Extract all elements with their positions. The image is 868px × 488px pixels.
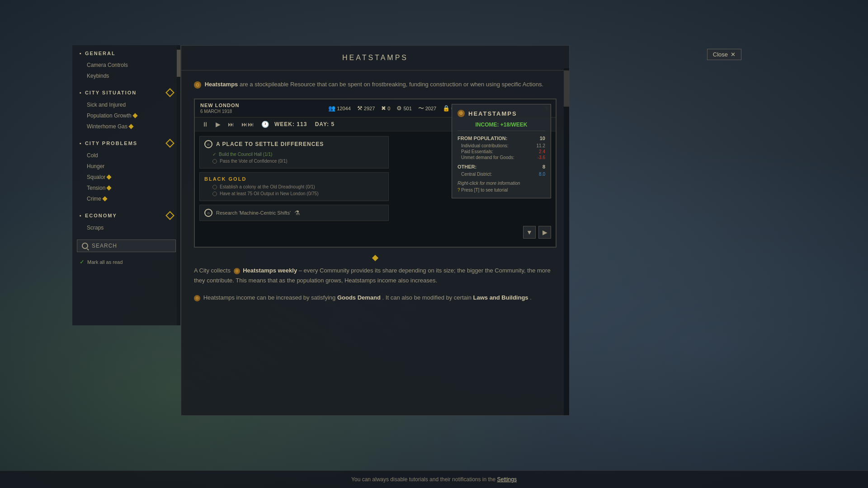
quest-item-2-2: Have at least 75 Oil Output in New Londo… (204, 190, 384, 197)
popup-footer: Right-click for more information (458, 181, 545, 186)
steam-value: 2027 (425, 106, 436, 111)
sidebar-item-squalor[interactable]: Squalor (80, 172, 173, 183)
population-icon: 👥 (328, 105, 335, 112)
other-header: OTHER: 8 (458, 164, 545, 169)
section-divider (194, 256, 557, 260)
city-name: NEW LONDON (200, 102, 239, 108)
sidebar-item-cold[interactable]: Cold (80, 150, 173, 161)
content-scrollbar-thumb (564, 70, 569, 107)
quest-research-icon: ⚗ (294, 209, 300, 216)
sidebar-item-sick-and-injured[interactable]: Sick and Injured (80, 99, 173, 110)
popup-line-paid-essentials: Paid Essentials: 2.4 (458, 149, 545, 155)
quest-title-1: ○ A PLACE TO SETTLE DIFFERENCES (204, 140, 384, 148)
nav-arrow-right[interactable]: ▶ (538, 226, 551, 239)
hud-location: NEW LONDON 6 MARCH 1918 (200, 102, 239, 114)
search-bar[interactable]: SEARCH (77, 239, 176, 252)
fast-forward-button[interactable]: ⏭ (226, 120, 236, 129)
week-display: WEEK: 113 DAY: 5 (274, 121, 335, 127)
sidebar-item-population-growth[interactable]: Population Growth (80, 110, 173, 121)
sick-icon: ✖ (381, 105, 386, 112)
game-quests-panel: ○ A PLACE TO SETTLE DIFFERENCES ✓ Build … (195, 131, 393, 248)
tension-diamond (107, 185, 112, 190)
sidebar-section-economy: ECONOMY Scraps (72, 207, 180, 236)
heatstamps-value: 501 (403, 106, 411, 111)
search-label: SEARCH (92, 243, 117, 249)
sidebar-item-crime[interactable]: Crime (80, 193, 173, 204)
play-button[interactable]: ▶ (214, 120, 222, 129)
settings-link[interactable]: Settings (497, 476, 517, 483)
intro-text: are a stockpileable Resource that can be… (240, 81, 543, 88)
hud-stat-heatstamps: ⚙ 501 (396, 105, 411, 112)
locks-icon: 🔒 (443, 105, 450, 112)
mark-all-read-label: Mark all as read (87, 259, 123, 265)
sidebar-item-keybinds[interactable]: Keybinds (80, 70, 173, 81)
paragraph-1: A City collects ⚙ Heatstamps weekly – ev… (194, 266, 557, 286)
pause-button[interactable]: ⏸ (200, 120, 210, 129)
popup-title: ⚙ HEATSTAMPS (458, 110, 545, 117)
population-growth-diamond (132, 113, 137, 118)
laws-buildings-bold: Laws and Buildings (473, 294, 528, 301)
quest-circle-2 (212, 185, 217, 189)
popup-line-central-district: Central District: 8.0 (458, 171, 545, 177)
heatstamps-bold-p1: Heatstamps (243, 267, 276, 274)
sidebar-section-title-economy: ECONOMY (80, 212, 173, 219)
check-icon: ✓ (80, 258, 85, 265)
game-content: ○ A PLACE TO SETTLE DIFFERENCES ✓ Build … (195, 131, 556, 248)
quest-title-2: BLACK GOLD (204, 176, 384, 182)
clock-icon: 🕐 (259, 120, 271, 129)
heatstamp-info-popup: ⚙ HEATSTAMPS INCOME: +18/WEEK FROM POPUL… (452, 104, 551, 198)
city-problems-diamond (165, 139, 175, 148)
winterhome-gas-diamond (128, 124, 133, 129)
from-population-header: FROM POPULATION: 10 (458, 136, 545, 141)
hud-stat-population: 👥 12044 (328, 105, 351, 112)
hud-date: 6 MARCH 1918 (200, 108, 239, 114)
content-panel: HEATSTAMPS ⚙ Heatstamps are a stockpilea… (181, 45, 570, 416)
quest-item-1-1: ✓ Build the Council Hall (1/1) (204, 151, 384, 158)
sidebar-section-city-problems: CITY PROBLEMS Cold Hunger Squalor Tensio… (72, 135, 180, 207)
unmet-demand-value: -3.6 (538, 155, 545, 160)
hud-stat-steam: 〜 2027 (418, 104, 436, 113)
sidebar: GENERAL Camera Controls Keybinds CITY SI… (72, 45, 181, 325)
question-icon: ? (458, 188, 460, 192)
quest-title-3: Research 'Machine-Centric Shifts' (216, 210, 291, 216)
bottom-bar: You can always disable tutorials and the… (0, 470, 868, 488)
divider-diamond-icon (372, 255, 378, 261)
page-title: HEATSTAMPS (181, 46, 569, 70)
workers-value: 2927 (364, 106, 375, 111)
sidebar-item-camera-controls[interactable]: Camera Controls (80, 60, 173, 70)
bottom-note-text: You can always disable tutorials and the… (351, 476, 495, 483)
sidebar-scrollbar[interactable] (177, 45, 180, 325)
quest-black-gold: BLACK GOLD Establish a colony at the Old… (199, 172, 389, 201)
sidebar-section-title-city-problems: CITY PROBLEMS (80, 140, 173, 146)
hud-stat-workers: ⚒ 2927 (357, 105, 375, 112)
content-scrollbar[interactable] (564, 68, 569, 416)
sick-value: 0 (387, 106, 390, 111)
nav-arrows: ▼ ▶ (523, 226, 551, 239)
crime-diamond (102, 196, 107, 201)
income-value: +18/WEEK (500, 122, 528, 128)
content-body: ⚙ Heatstamps are a stockpileable Resourc… (181, 70, 569, 319)
popup-other: OTHER: 8 Central District: 8.0 (458, 164, 545, 177)
quest-circle-3 (212, 192, 217, 196)
quest-machine-centric: ○ Research 'Machine-Centric Shifts' ⚗ (199, 205, 389, 221)
nav-arrow-down[interactable]: ▼ (523, 226, 536, 239)
close-button[interactable]: Close ✕ (707, 49, 741, 60)
hud-stats: 👥 12044 ⚒ 2927 ✖ 0 ⚙ 501 (328, 104, 454, 113)
sidebar-section-general: GENERAL Camera Controls Keybinds (72, 45, 180, 84)
intro-paragraph: ⚙ Heatstamps are a stockpileable Resourc… (194, 80, 557, 89)
sidebar-section-title-city-situation: CITY SITUATION (80, 89, 173, 96)
mark-all-read-button[interactable]: ✓ Mark all as read (72, 256, 180, 268)
steam-icon: 〜 (418, 104, 424, 113)
fastest-button[interactable]: ⏭⏭ (240, 120, 256, 129)
close-icon: ✕ (731, 51, 736, 58)
sidebar-item-scraps[interactable]: Scraps (80, 222, 173, 233)
sidebar-item-tension[interactable]: Tension (80, 183, 173, 193)
sidebar-item-hunger[interactable]: Hunger (80, 161, 173, 172)
hud-stat-sick: ✖ 0 (381, 105, 390, 112)
heatstamps-hud-icon: ⚙ (396, 105, 402, 112)
game-screenshot: NEW LONDON 6 MARCH 1918 👥 12044 ⚒ 2927 ✖… (194, 99, 557, 248)
sidebar-scrollbar-thumb (177, 50, 180, 77)
weekly-bold: weekly (278, 267, 297, 274)
goods-demand-bold: Goods Demand (337, 294, 381, 301)
sidebar-item-winterhome-gas[interactable]: Winterhome Gas (80, 121, 173, 132)
